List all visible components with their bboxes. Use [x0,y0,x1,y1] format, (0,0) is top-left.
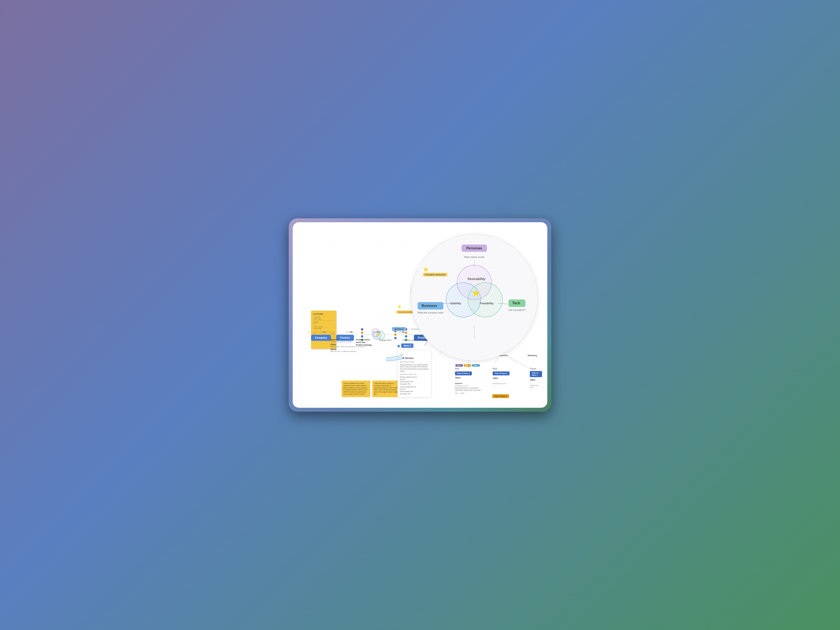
business-box-sm: Business [392,327,406,331]
company-button[interactable]: Company [311,335,331,341]
area-dots-next: --- [493,380,510,382]
who-what-row: Who What [455,392,486,394]
zoom-tech-label: Tech [508,300,526,307]
outer-frame: PLATFORM - tent needs - add function col… [289,218,551,412]
star-icon-small: ⭐ [376,333,380,336]
zoom-innovation-box: ⭐ Innovation dimension [423,267,447,276]
zoom-innovation-label: Innovation dimension [423,273,447,276]
yellow-note-2: A North Star Metric expresses a persiste… [372,381,401,397]
product-strategy-label: Product Strategy [356,344,372,346]
who-label: Who [455,392,458,394]
obj1-text: Reduce support costs by [400,376,429,379]
dot-purple-1 [361,328,363,330]
product-vision-label: Product Vision [356,339,372,341]
validated-dots [394,330,396,339]
item2-tag-row: Item 2 [464,364,471,366]
flow-node-company: Company [311,335,331,341]
obj2-exceeded: Exceeded: 20% [400,393,429,395]
item-tags-row: Item 1 Item 2 Item 3 [455,364,480,366]
zoom-personas-box: Personas [461,246,487,250]
next-area: AREA --- Beneficiary need --- [493,377,510,387]
zoom-arrow-v1-head: ↑ [474,330,475,335]
beneficiary-need-now: Beneficiary need [455,385,486,387]
zoom-venn-relative: Desirability Viability Feasibility ⭐ [446,265,503,320]
future-label: Future [530,368,542,370]
future-area: AREA --- Beneficiary need --- [530,379,542,390]
need-dots-future: --- [530,388,542,390]
beneficiary-text: Being autonomous in accomplish specific … [400,364,429,372]
zoom-business-arrow-head: → [450,303,453,306]
item3-tag: Item 3 [472,364,480,366]
area-label-future: AREA [530,379,542,381]
obj2-text: Increase satisfaction by [400,386,429,388]
now-column: Now Part of Item 4 AREA --- Payment Bene… [455,368,486,394]
area-label-next: AREA [493,377,510,379]
north-star-label: North Star [356,341,372,343]
zoom-inner: Personas What clients needs [411,234,537,361]
part-item3-bottom: Part of Item 3 [492,394,509,398]
obj2-good: Good enough: 10% [400,390,429,393]
beneficiary-need-future: Beneficiary need [530,384,542,388]
business-obj-label: Business objective [400,373,429,376]
zoom-circle-content: Personas What clients needs [411,234,537,361]
zoom-feasibility-circle [468,283,503,317]
dot-blue-2 [394,337,396,339]
obj2-fail: Fail: 0% [400,388,429,391]
payment-title: Payment [455,382,486,384]
zoom-star-innovation: ⭐ [423,267,447,272]
zoom-star-icon: ⭐ [472,289,480,297]
yellow-note-1: Common situations: PS is hard to impleme… [342,381,370,397]
part-item4-badge: Part of Item 4 [455,371,472,375]
zoom-circle: Personas What clients needs [411,234,538,361]
payment-box: AREA --- Payment Beneficiary need Being … [455,377,486,394]
what-label: What [460,392,464,394]
zoom-tech-arrow-head: ← [504,303,507,306]
now-label: Now [455,368,486,370]
obj1-exceeded: Exceeded: 20% [400,383,429,385]
yellow-note-1-text: Common situations: PS is hard to impleme… [343,382,368,395]
zoom-business-group: Business What the company want [418,302,444,314]
zoom-business-label: Business [418,302,444,309]
zoom-can-build: Can we build it? [508,309,526,311]
part-item3-badge: Part of Item 3 [492,394,509,398]
zoom-venn-container: Desirability Viability Feasibility ⭐ [446,265,503,320]
zoom-desirability-label: Desirability [468,277,485,281]
star-icon-innovation: ⭐ [398,305,401,308]
canvas: PLATFORM - tent needs - add function col… [298,227,542,403]
part-item2-badge: Part of Item 2 [493,371,510,375]
part-item1-badge: Part of Item 1 [530,371,542,377]
zoom-tech-group: Tech Can we build it? [508,300,526,312]
arrow-product-strategy [355,333,358,337]
beneficiary-label: Beneficiary need [400,361,429,363]
item3-dot [398,345,400,347]
area-label-now: AREA [455,377,486,379]
zoom-bottom-arrows: ↑ [474,325,475,339]
obj1-good: Good enough: 10% [400,381,429,383]
item1-tag: Item 1 [455,364,463,366]
inner-frame: PLATFORM - tent needs - add function col… [293,222,547,408]
zoom-personas-label: Personas [461,245,487,252]
flow-node-validated [392,330,398,346]
venn-small-1: ⭐ [372,328,386,341]
dot-blue-3 [405,335,407,338]
dot-blue-1 [361,335,363,338]
next-label: Next [493,368,510,370]
yellow-note-2-text: A North Star Metric expresses a persiste… [374,382,399,395]
need-dots-next: --- [493,385,510,387]
area-dots-future: --- [530,382,542,384]
next-column: Next Part of Item 2 AREA --- Beneficiary… [493,368,510,387]
values-sub: Who we are? In what we believe? [330,351,365,352]
product-vision-block: Product Vision North Star Product Strate… [356,339,372,346]
dot-orange-2 [394,333,396,336]
zoom-business-arrow [443,303,450,304]
flow-node-validation: ⭐ [372,328,386,347]
payment-text: Being autonomous in renewing the subscri… [455,387,486,392]
zoom-what-company: What the company want [418,311,444,314]
strategy-items-label: Strategy Items [379,339,392,341]
dot-orange-1 [361,332,363,334]
arrow-company-product [332,333,335,337]
area-dots-now: --- [455,379,486,382]
zoom-feasibility-label: Feasibility [480,302,494,305]
dot-orange-3 [405,332,407,334]
obj1-fail: Fail: 3% [400,379,429,381]
